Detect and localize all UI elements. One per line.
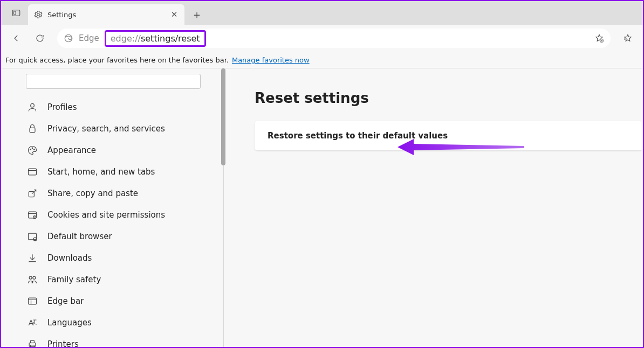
tabs-overview-icon: [11, 8, 21, 18]
favorites-button[interactable]: [617, 27, 639, 49]
sidebar-item-printers[interactable]: Printers: [23, 333, 211, 348]
family-icon: [27, 274, 38, 285]
settings-sidebar: Profiles Privacy, search, and services A…: [1, 68, 222, 347]
tab-close-button[interactable]: ✕: [169, 10, 179, 19]
gear-icon: [33, 10, 43, 19]
refresh-icon: [35, 33, 45, 43]
browser-icon: [27, 231, 38, 242]
svg-point-2: [37, 13, 40, 16]
settings-main: Reset settings Restore settings to their…: [222, 68, 643, 347]
refresh-button[interactable]: [29, 27, 51, 49]
url-path: settings/reset: [141, 33, 200, 44]
sidebar-item-label: Appearance: [47, 145, 96, 155]
page-heading: Reset settings: [255, 90, 643, 106]
svg-point-7: [30, 149, 31, 150]
svg-point-8: [32, 148, 33, 149]
sidebar-item-profiles[interactable]: Profiles: [23, 96, 211, 118]
sidebar-item-appearance[interactable]: Appearance: [23, 140, 211, 161]
new-tab-button[interactable]: ＋: [188, 5, 206, 24]
restore-defaults-button[interactable]: Restore settings to their default values: [255, 121, 643, 150]
edge-logo-icon: [64, 33, 73, 43]
svg-rect-1: [14, 11, 16, 15]
sidebar-item-label: Printers: [47, 339, 79, 348]
sidebar-item-label: Downloads: [47, 253, 92, 263]
svg-rect-18: [29, 298, 37, 304]
sidebar-item-start[interactable]: Start, home, and new tabs: [23, 161, 211, 183]
sidebar-item-edge-bar[interactable]: Edge bar: [23, 290, 211, 312]
sidebar-item-cookies[interactable]: Cookies and site permissions: [23, 204, 211, 226]
svg-rect-10: [29, 169, 37, 175]
sidebar-item-languages[interactable]: Languages: [23, 312, 211, 333]
url-highlight-annotation: edge://settings/reset: [105, 30, 206, 47]
sidebar-item-family[interactable]: Family safety: [23, 269, 211, 290]
sidebar-item-default-browser[interactable]: Default browser: [23, 226, 211, 247]
sidebar-item-label: Family safety: [47, 275, 101, 284]
tab-title: Settings: [47, 11, 76, 19]
download-icon: [27, 253, 38, 263]
share-icon: [27, 188, 38, 199]
url-protocol: edge://: [111, 33, 141, 44]
sidebar-item-label: Default browser: [47, 232, 112, 241]
back-arrow-icon: [11, 33, 21, 43]
cookie-icon: [27, 210, 38, 220]
favorites-bar: For quick access, place your favorites h…: [1, 52, 643, 68]
svg-rect-12: [29, 212, 37, 218]
palette-icon: [27, 145, 38, 156]
tab-actions-button[interactable]: [4, 1, 28, 25]
lock-icon: [27, 123, 38, 134]
content-area: Profiles Privacy, search, and services A…: [1, 68, 643, 347]
sidebar-item-label: Start, home, and new tabs: [47, 167, 155, 177]
svg-point-5: [31, 103, 35, 107]
sidebar-item-label: Profiles: [47, 102, 77, 112]
language-icon: [27, 317, 38, 328]
sidebar-item-label: Cookies and site permissions: [47, 210, 165, 220]
svg-point-17: [33, 276, 36, 279]
svg-point-9: [34, 149, 35, 150]
toolbar: Edge edge://settings/reset: [1, 25, 643, 52]
restore-defaults-label: Restore settings to their default values: [268, 131, 448, 141]
sidebar-item-label: Languages: [47, 318, 92, 328]
favorites-hint-text: For quick access, place your favorites h…: [5, 56, 229, 64]
settings-search-input[interactable]: [26, 74, 201, 89]
browser-tab[interactable]: Settings ✕: [28, 4, 184, 25]
address-bar[interactable]: Edge edge://settings/reset: [57, 29, 611, 48]
sidebar-item-label: Privacy, search, and services: [47, 124, 165, 134]
svg-rect-14: [29, 233, 37, 240]
sidebar-item-privacy[interactable]: Privacy, search, and services: [23, 118, 211, 140]
site-identity-label: Edge: [79, 33, 99, 43]
profile-icon: [27, 102, 38, 113]
svg-point-16: [29, 276, 32, 279]
svg-rect-20: [31, 340, 35, 343]
svg-rect-19: [29, 343, 36, 347]
sidebar-item-share[interactable]: Share, copy and paste: [23, 183, 211, 204]
back-button[interactable]: [5, 27, 27, 49]
svg-rect-6: [30, 128, 35, 132]
tab-strip: Settings ✕ ＋: [1, 1, 643, 25]
printer-icon: [27, 339, 38, 348]
tabs-icon: [27, 166, 38, 177]
sidebar-item-label: Edge bar: [47, 296, 84, 306]
add-favorite-icon[interactable]: [594, 33, 604, 43]
sidebar-item-downloads[interactable]: Downloads: [23, 247, 211, 269]
manage-favorites-link[interactable]: Manage favorites now: [232, 56, 310, 64]
edgebar-icon: [27, 296, 38, 307]
sidebar-item-label: Share, copy and paste: [47, 189, 138, 198]
favorites-star-icon: [623, 33, 633, 43]
